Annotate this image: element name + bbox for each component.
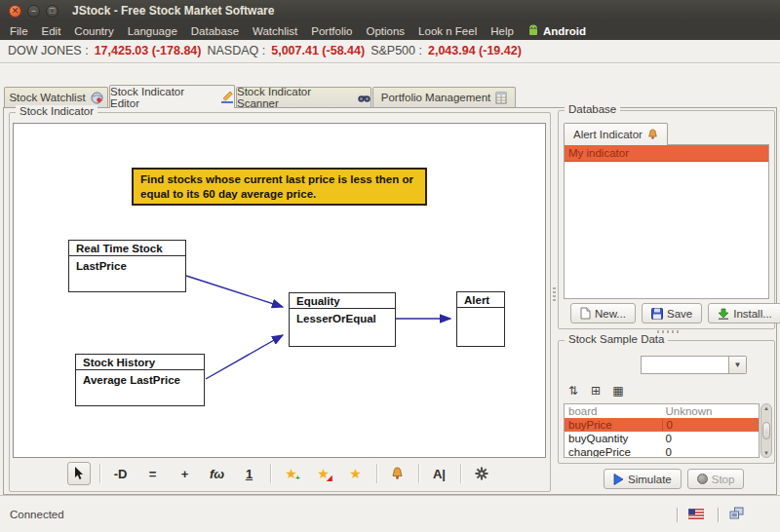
stock-sample-data-panel: Stock Sample Data ▼ ⇅ ⊞ ▦ board Unknown … <box>558 340 775 464</box>
combo-dropdown-button[interactable]: ▼ <box>729 356 747 374</box>
status-separator <box>718 508 719 522</box>
settings-tool-button[interactable] <box>470 462 493 485</box>
tab-stock-indicator-editor[interactable]: Stock Indicator Editor <box>109 85 235 108</box>
maximize-window-icon[interactable]: □ <box>46 5 58 18</box>
label-tool-button[interactable]: A| <box>428 462 451 485</box>
node-equality[interactable]: Equality LesserOrEqual <box>289 292 396 347</box>
save-button[interactable]: Save <box>642 303 702 323</box>
stock-relative-history-tool-button[interactable]: ★◢ <box>312 462 335 485</box>
equality-tool-button[interactable]: = <box>141 462 165 485</box>
scroll-up-icon[interactable]: ▲ <box>763 405 769 411</box>
floppy-disk-icon <box>651 308 663 320</box>
chevron-down-icon: ▼ <box>734 361 742 369</box>
stock-operator-tool-button[interactable]: ★+ <box>280 462 303 485</box>
node-alert[interactable]: Alert <box>456 291 505 347</box>
menu-edit[interactable]: Edit <box>35 21 68 40</box>
function-tool-button[interactable]: fω <box>206 462 229 485</box>
menu-country[interactable]: Country <box>67 21 120 40</box>
table-row[interactable]: board Unknown <box>565 404 759 418</box>
toolbar-separator <box>418 464 419 483</box>
close-window-icon[interactable]: ✕ <box>9 5 21 18</box>
menu-help[interactable]: Help <box>484 21 521 40</box>
country-flag-icon[interactable] <box>688 509 704 519</box>
ticker-value: 17,425.03 (-178.84) <box>95 44 202 57</box>
operator-tool-button[interactable]: -D <box>109 462 133 485</box>
tab-alert-indicator[interactable]: Alert Indicator <box>564 123 668 145</box>
android-icon <box>527 24 539 37</box>
stock-indicator-panel: Stock Indicator Find stocks whose curren… <box>9 112 551 492</box>
menu-watchlist[interactable]: Watchlist <box>246 21 304 40</box>
indicator-canvas[interactable]: Find stocks whose current last price is … <box>13 123 546 458</box>
node-stock-history[interactable]: Stock History Average LastPrice <box>75 354 205 406</box>
network-sync-icon[interactable] <box>729 507 744 520</box>
alert-tool-button[interactable] <box>386 462 410 485</box>
pencil-icon <box>220 91 234 103</box>
indicator-list[interactable]: My indicator <box>564 144 769 299</box>
toolbar-separator <box>376 464 377 483</box>
install-button-label: Install... <box>733 308 772 320</box>
tab-stock-indicator-scanner[interactable]: Stock Indicator Scanner <box>236 87 371 107</box>
bell-icon <box>391 467 404 480</box>
cell-key: buyQuantity <box>565 433 662 444</box>
database-buttons: New... Save <box>570 303 780 323</box>
menu-bar: File Edit Country Language Database Watc… <box>0 21 780 40</box>
ticker-label: S&P500 : <box>370 44 422 57</box>
sort-group-icon[interactable]: ⊞ <box>588 384 604 398</box>
note-annotation[interactable]: Find stocks whose current last price is … <box>132 168 427 206</box>
tab-stock-watchlist[interactable]: Stock Watchlist <box>4 87 108 107</box>
title-bar: ✕ − □ JStock - Free Stock Market Softwar… <box>0 0 780 21</box>
menu-portfolio[interactable]: Portfolio <box>304 21 359 40</box>
stop-icon <box>697 474 708 484</box>
table-scrollbar[interactable]: ▲ ⋮ ▼ <box>760 403 772 458</box>
toolbar-separator <box>99 464 100 483</box>
table-row[interactable]: changePrice 0 <box>565 445 759 458</box>
window-title: JStock - Free Stock Market Software <box>72 4 274 18</box>
sample-data-table[interactable]: board Unknown buyPrice 0 buyQuantity 0 c… <box>564 403 760 458</box>
stop-button[interactable]: Stop <box>687 469 745 489</box>
new-button-label: New... <box>595 308 626 320</box>
list-item-selected[interactable]: My indicator <box>565 145 768 162</box>
menu-android[interactable]: Android <box>521 21 593 40</box>
stock-indicator-panel-title: Stock Indicator <box>16 105 98 117</box>
cell-key: buyPrice <box>565 419 662 431</box>
cell-value: 0 <box>662 446 760 458</box>
menu-look-n-feel[interactable]: Look n Feel <box>411 21 484 40</box>
table-row[interactable]: buyQuantity 0 <box>565 432 759 445</box>
cell-key: changePrice <box>565 446 662 458</box>
new-button[interactable]: New... <box>570 303 636 323</box>
vertical-splitter[interactable] <box>552 112 557 492</box>
simulate-button[interactable]: Simulate <box>604 469 682 489</box>
tab-portfolio-management[interactable]: Portfolio Management <box>372 87 516 107</box>
table-row-selected[interactable]: buyPrice 0 <box>565 418 759 432</box>
menu-file[interactable]: File <box>3 21 35 40</box>
install-download-icon <box>718 308 729 320</box>
menu-database[interactable]: Database <box>184 21 246 40</box>
pointer-tool-button[interactable] <box>67 462 91 485</box>
star-history-icon: ★◢ <box>317 466 330 481</box>
cell-value: 0 <box>662 433 760 444</box>
stop-button-label: Stop <box>712 474 735 485</box>
watchlist-icon <box>91 92 103 104</box>
tab-content: Stock Indicator Find stocks whose curren… <box>3 107 777 495</box>
simulate-button-label: Simulate <box>628 474 672 485</box>
star-icon: ★ <box>349 466 362 481</box>
status-bar: Connected <box>0 496 780 532</box>
stock-combo-input[interactable] <box>641 356 729 374</box>
node-real-time-stock[interactable]: Real Time Stock LastPrice <box>68 240 186 292</box>
scrollbar-thumb[interactable]: ⋮ <box>762 422 770 439</box>
arithmetic-tool-button[interactable]: + <box>174 462 197 485</box>
install-button[interactable]: Install... <box>708 303 780 323</box>
scroll-down-icon[interactable]: ▼ <box>763 450 769 456</box>
node-field <box>457 308 504 312</box>
stock-sample-tool-button[interactable]: ★ <box>344 462 368 485</box>
connection-status: Connected <box>10 509 64 520</box>
grid-view-icon[interactable]: ▦ <box>610 384 626 398</box>
sort-alpha-icon[interactable]: ⇅ <box>566 384 581 398</box>
constant-tool-button[interactable]: 1 <box>238 462 261 485</box>
menu-language[interactable]: Language <box>121 21 184 40</box>
divider <box>0 63 780 64</box>
toolbar-separator <box>270 464 271 483</box>
node-field: Average LastPrice <box>76 370 204 386</box>
minimize-window-icon[interactable]: − <box>27 5 40 18</box>
menu-options[interactable]: Options <box>359 21 411 40</box>
